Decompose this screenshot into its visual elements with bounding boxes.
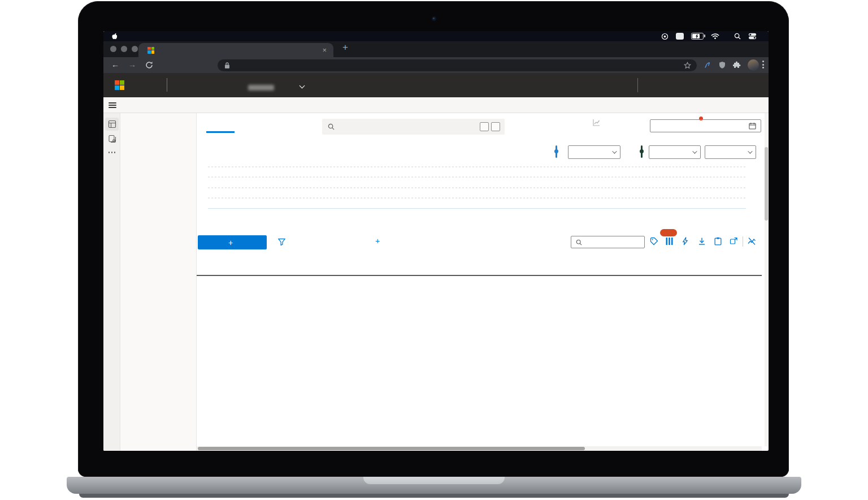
new-tab-button[interactable]: +: [342, 42, 348, 53]
chrome-tab-strip: × +: [103, 41, 769, 57]
active-tab-underline: [206, 131, 235, 133]
chevron-down-icon: [692, 149, 697, 153]
back-icon[interactable]: ←: [111, 60, 119, 69]
date-range-picker[interactable]: [650, 119, 761, 132]
chevron-down-icon: [612, 149, 617, 153]
macbook-mockup: × + ← →: [0, 0, 868, 500]
browser-tab[interactable]: ×: [138, 43, 333, 57]
apple-icon[interactable]: [111, 32, 118, 40]
battery-icon[interactable]: [691, 33, 704, 40]
vertical-scrollbar-thumb[interactable]: [765, 147, 768, 221]
nav-tools[interactable]: [609, 118, 631, 128]
lock-icon: [224, 62, 230, 69]
nav-reports[interactable]: [581, 118, 611, 128]
metric-select-primary[interactable]: [568, 145, 620, 159]
app-header: ?: [103, 73, 769, 97]
wrench-icon: [609, 118, 631, 127]
screen: × + ← →: [103, 31, 769, 451]
search-icon: [576, 239, 582, 245]
laptop-base-lip: [79, 494, 789, 498]
chrome-toolbar: ← →: [103, 57, 769, 73]
profile-avatar[interactable]: [748, 59, 759, 71]
tab-favicon-microsoft: [147, 47, 154, 54]
microsoft-logo[interactable]: [115, 80, 124, 90]
performance-chart[interactable]: [197, 164, 762, 223]
horizontal-scrollbar-thumb[interactable]: [198, 447, 585, 450]
rail-campaigns-icon[interactable]: [103, 120, 120, 128]
funnel-icon: [278, 238, 285, 245]
reload-icon[interactable]: [145, 61, 153, 69]
metric-select-secondary[interactable]: [649, 145, 701, 159]
extension-feather-icon[interactable]: [704, 61, 711, 69]
create-campaign-button[interactable]: +: [198, 235, 267, 249]
forward-icon[interactable]: →: [128, 60, 136, 69]
hide-chart-icon[interactable]: [748, 237, 756, 245]
extension-shield-icon[interactable]: [719, 61, 726, 69]
input-source-icon[interactable]: [676, 33, 684, 40]
record-icon[interactable]: [661, 33, 669, 40]
expand-icon[interactable]: [730, 237, 737, 245]
context-bar: [103, 97, 769, 113]
traffic-light-close[interactable]: [110, 46, 116, 52]
header-search[interactable]: [322, 119, 505, 135]
macos-menu-bar: [103, 31, 769, 41]
webcam: [432, 16, 436, 21]
shortcut-key-g: [480, 122, 489, 131]
table-header: [197, 256, 762, 276]
menu-status-area: [661, 33, 769, 40]
menu-left: [103, 32, 127, 40]
tab-close-icon[interactable]: ×: [322, 46, 327, 54]
account-chevron-icon[interactable]: [300, 83, 305, 89]
campaigns-table: [197, 256, 762, 276]
traffic-light-minimize[interactable]: [121, 46, 127, 52]
shortcut-key-t: [491, 122, 500, 131]
clicks-series-marker: [555, 145, 557, 158]
filter-by-campaign-input[interactable]: [571, 236, 645, 248]
sidebar: [120, 113, 197, 451]
traffic-light-zoom[interactable]: [132, 46, 138, 52]
calendar-icon: [749, 122, 756, 130]
reports-chart-icon: [581, 118, 611, 127]
wifi-icon[interactable]: [711, 33, 719, 40]
spotlight-search-icon[interactable]: [734, 33, 741, 40]
bookmark-star-icon[interactable]: [684, 62, 691, 69]
conv-series-marker: [641, 145, 643, 158]
control-center-icon[interactable]: [748, 33, 757, 40]
plus-icon: +: [375, 236, 380, 245]
account-number-redacted: [248, 85, 274, 90]
rail-more-icon[interactable]: [103, 152, 120, 153]
laptop-base-notch: [363, 477, 505, 484]
plus-icon: +: [228, 238, 233, 247]
search-icon: [328, 123, 335, 130]
segment-tag-icon[interactable]: [650, 237, 658, 245]
download-icon[interactable]: [698, 237, 706, 245]
columns-icon[interactable]: [666, 237, 673, 245]
rail-recommendations-icon[interactable]: [103, 135, 120, 143]
toolbar-divider: [743, 236, 743, 247]
chevron-down-icon: [748, 149, 752, 153]
clipboard-icon[interactable]: [714, 237, 722, 245]
new-badge: [660, 229, 677, 236]
icon-rail: [103, 113, 120, 451]
hamburger-icon[interactable]: [108, 102, 116, 108]
browser-menu-icon[interactable]: [762, 61, 764, 68]
granularity-select[interactable]: [705, 145, 756, 159]
extensions-puzzle-icon[interactable]: [733, 61, 741, 69]
automated-rules-icon[interactable]: [682, 237, 688, 245]
address-bar[interactable]: [218, 59, 697, 71]
